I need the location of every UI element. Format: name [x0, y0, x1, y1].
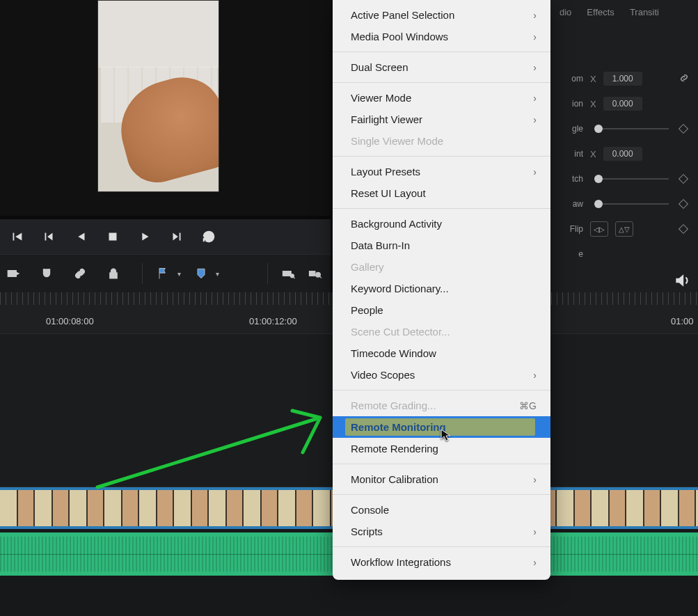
menu-item-timecode-window[interactable]: Timecode Window [333, 342, 550, 364]
play-reverse-button[interactable] [71, 227, 90, 246]
link-icon[interactable] [679, 72, 690, 86]
video-preview-area [0, 0, 331, 216]
menu-item-video-scopes[interactable]: Video Scopes› [333, 364, 550, 386]
menu-item-remote-monitoring[interactable]: Remote Monitoring [333, 416, 550, 438]
video-preview-frame[interactable] [97, 0, 219, 192]
menu-item-data-burn-in[interactable]: Data Burn-In [333, 235, 550, 256]
first-frame-button[interactable] [7, 227, 26, 246]
chevron-right-icon: › [533, 62, 537, 73]
clip-marker-button[interactable] [191, 263, 212, 284]
position-row: ion X 0.000 [557, 91, 690, 116]
chevron-right-icon: › [533, 474, 537, 485]
menu-item-gallery: Gallery [333, 256, 550, 278]
chevron-right-icon: › [533, 114, 537, 125]
snap-button[interactable] [36, 263, 57, 284]
workspace-context-menu: Active Panel Selection›Media Pool Window… [333, 0, 550, 580]
zoom-tool-button[interactable] [278, 263, 299, 284]
menu-item-console[interactable]: Console [333, 499, 550, 521]
timecode-label: 01:00:08:00 [46, 316, 94, 326]
menu-item-single-viewer-mode: Single Viewer Mode [333, 130, 550, 152]
pitch-slider[interactable] [594, 178, 669, 180]
flip-vertical-button[interactable]: △▽ [615, 221, 633, 237]
menu-item-layout-presets[interactable]: Layout Presets› [333, 161, 550, 182]
tab-audio[interactable]: dio [560, 7, 571, 17]
flip-row: Flip ◁▷ △▽ [557, 216, 690, 242]
menu-item-viewer-mode[interactable]: Viewer Mode› [333, 87, 550, 109]
menu-item-remote-grading: Remote Grading...⌘G [333, 395, 550, 416]
menu-item-background-activity[interactable]: Background Activity [333, 213, 550, 235]
next-clip-button[interactable] [167, 227, 187, 246]
menu-item-media-pool-windows[interactable]: Media Pool Windows› [333, 26, 550, 47]
mute-button[interactable] [673, 271, 691, 292]
selection-tool-button[interactable] [3, 263, 24, 284]
anchor-label: int [557, 149, 583, 159]
prev-clip-button[interactable] [39, 227, 58, 246]
inspector-panel: dio Effects Transiti om X 1.000 ion X 0.… [548, 0, 698, 292]
timecode-label: 01:00:12:00 [249, 316, 297, 326]
menu-item-scene-cut-detector: Scene Cut Detector... [333, 321, 550, 342]
svg-rect-2 [110, 273, 117, 278]
menu-item-reset-ui-layout[interactable]: Reset UI Layout [333, 182, 550, 204]
keyframe-button[interactable] [679, 174, 688, 184]
chevron-right-icon: › [533, 93, 537, 104]
chevron-right-icon: › [533, 526, 537, 537]
svg-rect-0 [109, 233, 117, 241]
timeline-toolbar: ▾ ▾ [0, 254, 331, 292]
axis-x: X [590, 149, 596, 159]
zoom-value[interactable]: 1.000 [603, 72, 642, 86]
yaw-slider[interactable] [594, 203, 669, 205]
timecode-label: 01:00 [671, 316, 694, 326]
menu-item-people[interactable]: People [333, 299, 550, 321]
link-button[interactable] [70, 263, 90, 284]
menu-item-keyword-dictionary[interactable]: Keyword Dictionary... [333, 278, 550, 299]
svg-rect-1 [8, 271, 17, 276]
svg-rect-5 [310, 271, 315, 276]
chevron-right-icon: › [533, 31, 537, 42]
yaw-row: aw [557, 191, 690, 216]
anchor-row: int X 0.000 [557, 141, 690, 166]
tab-effects[interactable]: Effects [587, 7, 614, 17]
keyframe-button[interactable] [679, 224, 688, 234]
e-label: e [557, 249, 583, 259]
svg-point-4 [290, 274, 294, 278]
position-value[interactable]: 0.000 [603, 97, 642, 111]
angle-row: gle [557, 116, 690, 141]
misc-row: e [557, 242, 690, 267]
anchor-value[interactable]: 0.000 [603, 147, 642, 161]
chevron-right-icon: › [533, 557, 537, 568]
keyframe-button[interactable] [679, 124, 688, 134]
menu-item-active-panel-selection[interactable]: Active Panel Selection› [333, 4, 550, 26]
chevron-right-icon: › [533, 370, 537, 381]
chevron-right-icon: › [533, 166, 537, 177]
flip-label: Flip [557, 224, 583, 234]
menu-item-dual-screen[interactable]: Dual Screen› [333, 56, 550, 78]
loop-button[interactable] [199, 227, 219, 246]
svg-rect-3 [283, 271, 292, 276]
menu-item-remote-rendering[interactable]: Remote Rendering [333, 438, 550, 459]
keyframe-button[interactable] [679, 199, 688, 209]
lock-button[interactable] [103, 263, 124, 284]
menu-item-fairlight-viewer[interactable]: Fairlight Viewer› [333, 109, 550, 130]
flip-horizontal-button[interactable]: ◁▷ [590, 221, 608, 237]
angle-slider[interactable] [594, 128, 669, 129]
pitch-label: tch [557, 174, 583, 184]
menu-item-monitor-calibration[interactable]: Monitor Calibration› [333, 468, 550, 490]
axis-x: X [590, 74, 596, 84]
menu-item-scripts[interactable]: Scripts› [333, 521, 550, 542]
play-button[interactable] [135, 227, 154, 246]
chevron-right-icon: › [533, 10, 537, 21]
tab-transition[interactable]: Transiti [630, 7, 659, 17]
transport-bar [0, 219, 331, 254]
detail-zoom-button[interactable] [304, 263, 325, 284]
stop-button[interactable] [103, 227, 122, 246]
menu-item-workflow-integrations[interactable]: Workflow Integrations› [333, 551, 550, 573]
chevron-down-icon[interactable]: ▾ [216, 270, 219, 278]
flag-marker-button[interactable] [152, 263, 173, 284]
angle-label: gle [557, 124, 583, 134]
pitch-row: tch [557, 166, 690, 191]
zoom-label: om [557, 74, 583, 84]
yaw-label: aw [557, 199, 583, 209]
zoom-row: om X 1.000 [557, 66, 690, 91]
chevron-down-icon[interactable]: ▾ [177, 270, 181, 278]
position-label: ion [557, 99, 583, 109]
